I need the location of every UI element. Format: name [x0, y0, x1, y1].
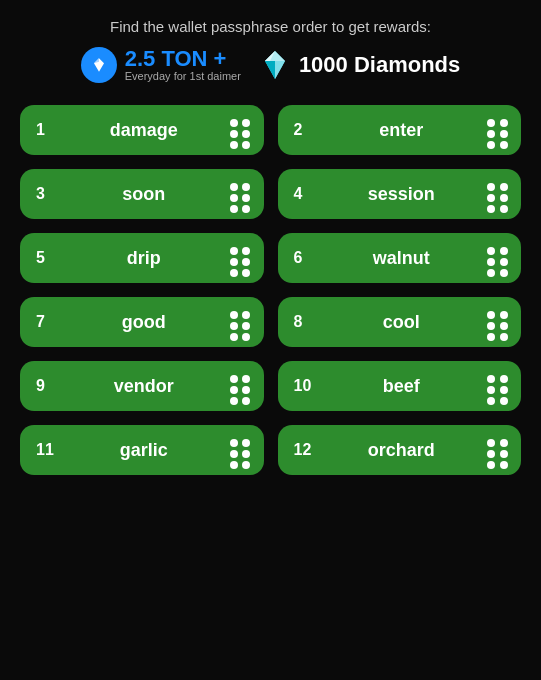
word-label: good	[58, 312, 230, 333]
ton-reward: 2.5 TON + Everyday for 1st daimer	[81, 47, 241, 83]
word-card[interactable]: 10beef	[278, 361, 522, 411]
dot	[242, 322, 250, 330]
dot	[230, 183, 238, 191]
ton-text-block: 2.5 TON + Everyday for 1st daimer	[125, 48, 241, 82]
word-card[interactable]: 11garlic	[20, 425, 264, 475]
dot	[487, 258, 495, 266]
drag-dots-icon[interactable]	[230, 183, 252, 205]
words-grid: 1damage2enter3soon4session5drip6walnut7g…	[20, 105, 521, 475]
dot	[242, 386, 250, 394]
dot	[487, 205, 495, 213]
dot	[487, 183, 495, 191]
dot	[230, 333, 238, 341]
dot	[230, 247, 238, 255]
dot	[500, 450, 508, 458]
svg-marker-3	[265, 61, 275, 79]
drag-dots-icon[interactable]	[230, 247, 252, 269]
dot	[242, 141, 250, 149]
word-card[interactable]: 4session	[278, 169, 522, 219]
word-card[interactable]: 1damage	[20, 105, 264, 155]
drag-dots-icon[interactable]	[230, 311, 252, 333]
dot	[500, 322, 508, 330]
drag-dots-icon[interactable]	[230, 439, 252, 461]
dot	[230, 269, 238, 277]
dot	[230, 439, 238, 447]
dot	[242, 439, 250, 447]
drag-dots-icon[interactable]	[487, 375, 509, 397]
word-number: 2	[294, 121, 316, 139]
word-label: walnut	[316, 248, 488, 269]
dot	[487, 439, 495, 447]
dot	[230, 205, 238, 213]
word-number: 6	[294, 249, 316, 267]
dot	[487, 375, 495, 383]
dot	[500, 461, 508, 469]
dot	[230, 119, 238, 127]
dot	[487, 130, 495, 138]
drag-dots-icon[interactable]	[487, 311, 509, 333]
drag-dots-icon[interactable]	[487, 119, 509, 141]
drag-dots-icon[interactable]	[487, 183, 509, 205]
word-label: garlic	[58, 440, 230, 461]
dot	[487, 119, 495, 127]
word-number: 9	[36, 377, 58, 395]
word-card[interactable]: 8cool	[278, 297, 522, 347]
word-number: 5	[36, 249, 58, 267]
drag-dots-icon[interactable]	[230, 375, 252, 397]
word-card[interactable]: 2enter	[278, 105, 522, 155]
word-card[interactable]: 9vendor	[20, 361, 264, 411]
dot	[500, 194, 508, 202]
dot	[500, 397, 508, 405]
dot	[500, 205, 508, 213]
dot	[487, 311, 495, 319]
word-label: vendor	[58, 376, 230, 397]
dot	[500, 333, 508, 341]
dot	[230, 375, 238, 383]
dot	[487, 247, 495, 255]
dot	[487, 333, 495, 341]
drag-dots-icon[interactable]	[230, 119, 252, 141]
dot	[242, 258, 250, 266]
dot	[230, 322, 238, 330]
ton-subtitle: Everyday for 1st daimer	[125, 70, 241, 82]
instruction-text: Find the wallet passphrase order to get …	[110, 18, 431, 35]
word-label: damage	[58, 120, 230, 141]
dot	[487, 397, 495, 405]
diamond-reward: 1000 Diamonds	[259, 49, 460, 81]
word-number: 11	[36, 441, 58, 459]
dot	[500, 311, 508, 319]
word-card[interactable]: 12orchard	[278, 425, 522, 475]
dot	[230, 450, 238, 458]
word-label: beef	[316, 376, 488, 397]
dot	[500, 258, 508, 266]
word-number: 8	[294, 313, 316, 331]
word-label: soon	[58, 184, 230, 205]
word-card[interactable]: 6walnut	[278, 233, 522, 283]
word-number: 10	[294, 377, 316, 395]
word-card[interactable]: 5drip	[20, 233, 264, 283]
dot	[230, 311, 238, 319]
svg-marker-4	[275, 61, 285, 79]
drag-dots-icon[interactable]	[487, 439, 509, 461]
dot	[242, 205, 250, 213]
dot	[500, 439, 508, 447]
word-number: 12	[294, 441, 316, 459]
dot	[487, 194, 495, 202]
dot	[500, 130, 508, 138]
dot	[242, 130, 250, 138]
dot	[242, 461, 250, 469]
dot	[242, 311, 250, 319]
dot	[242, 183, 250, 191]
word-label: enter	[316, 120, 488, 141]
dot	[487, 461, 495, 469]
word-label: session	[316, 184, 488, 205]
dot	[242, 397, 250, 405]
dot	[487, 141, 495, 149]
dot	[500, 183, 508, 191]
word-card[interactable]: 3soon	[20, 169, 264, 219]
dot	[500, 247, 508, 255]
dot	[500, 386, 508, 394]
drag-dots-icon[interactable]	[487, 247, 509, 269]
dot	[242, 194, 250, 202]
word-card[interactable]: 7good	[20, 297, 264, 347]
